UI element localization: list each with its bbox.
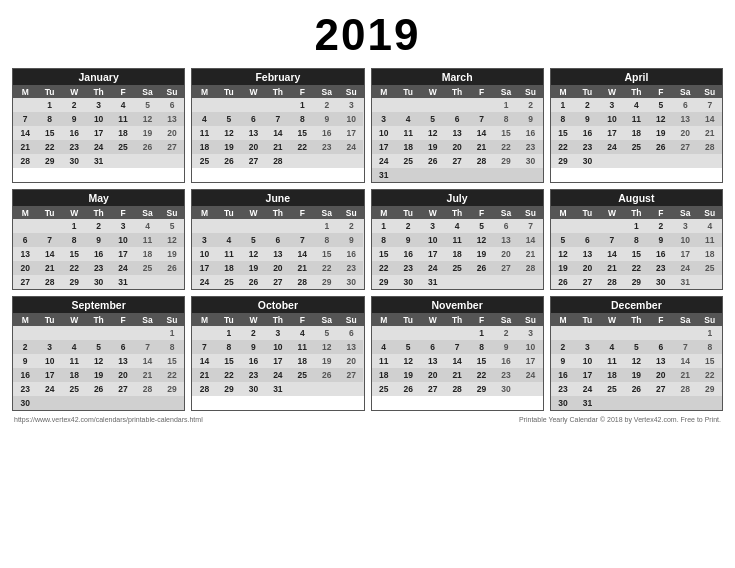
day-header-th: Th — [86, 206, 110, 219]
day-header-tu: Tu — [396, 313, 420, 326]
day-cell: 23 — [339, 261, 363, 275]
day-headers: MTuWThFSaSu — [13, 206, 184, 219]
day-cell: 16 — [551, 368, 575, 382]
day-header-f: F — [111, 85, 135, 98]
day-cell: 10 — [673, 233, 697, 247]
empty-cell — [396, 326, 420, 340]
day-cell: 24 — [600, 140, 624, 154]
day-cell: 26 — [315, 368, 339, 382]
day-cell: 7 — [37, 233, 61, 247]
day-header-f: F — [649, 206, 673, 219]
day-cell: 17 — [192, 261, 216, 275]
empty-cell — [445, 275, 469, 289]
day-cell: 10 — [111, 233, 135, 247]
day-cell: 3 — [86, 98, 110, 112]
day-header-m: M — [372, 313, 396, 326]
day-cell: 1 — [62, 219, 86, 233]
day-cell: 18 — [290, 354, 314, 368]
day-cell: 31 — [86, 154, 110, 168]
month-block-february: FebruaryMTuWThFSaSu123456789101112131415… — [191, 68, 364, 183]
day-cell: 24 — [266, 368, 290, 382]
day-cell: 10 — [575, 354, 599, 368]
day-cell: 15 — [315, 247, 339, 261]
empty-cell — [396, 168, 420, 182]
day-cell: 21 — [518, 247, 542, 261]
day-cell: 27 — [575, 275, 599, 289]
empty-cell — [518, 382, 542, 396]
day-cell: 1 — [494, 98, 518, 112]
day-cell: 5 — [135, 98, 159, 112]
day-cell: 24 — [111, 261, 135, 275]
day-cell: 17 — [575, 368, 599, 382]
day-cell: 31 — [266, 382, 290, 396]
day-cell: 15 — [160, 354, 184, 368]
day-header-sa: Sa — [135, 206, 159, 219]
day-cell: 12 — [315, 340, 339, 354]
day-cell: 8 — [290, 112, 314, 126]
day-cell: 26 — [217, 154, 241, 168]
day-cell: 5 — [420, 112, 444, 126]
day-cell: 19 — [420, 140, 444, 154]
day-cell: 23 — [86, 261, 110, 275]
day-cell: 1 — [624, 219, 648, 233]
day-cell: 27 — [160, 140, 184, 154]
day-header-sa: Sa — [673, 313, 697, 326]
empty-cell — [339, 382, 363, 396]
day-cell: 10 — [37, 354, 61, 368]
day-cell: 17 — [518, 354, 542, 368]
day-cell: 12 — [420, 126, 444, 140]
day-headers: MTuWThFSaSu — [372, 313, 543, 326]
day-cell: 10 — [192, 247, 216, 261]
empty-cell — [600, 326, 624, 340]
day-cell: 6 — [111, 340, 135, 354]
month-header-december: December — [551, 297, 722, 313]
day-cell: 17 — [673, 247, 697, 261]
empty-cell — [469, 168, 493, 182]
day-cell: 14 — [135, 354, 159, 368]
empty-cell — [217, 219, 241, 233]
empty-cell — [698, 396, 722, 410]
month-header-may: May — [13, 190, 184, 206]
day-cell: 19 — [551, 261, 575, 275]
day-header-f: F — [469, 85, 493, 98]
day-cell: 27 — [266, 275, 290, 289]
day-header-f: F — [469, 206, 493, 219]
empty-cell — [445, 326, 469, 340]
day-cell: 19 — [241, 261, 265, 275]
day-header-tu: Tu — [217, 206, 241, 219]
day-cell: 7 — [266, 112, 290, 126]
day-cell: 4 — [135, 219, 159, 233]
day-cell: 29 — [217, 382, 241, 396]
day-headers: MTuWThFSaSu — [192, 206, 363, 219]
days-grid: 1234567891011121314151617181920212223242… — [13, 98, 184, 168]
empty-cell — [135, 275, 159, 289]
day-cell: 6 — [649, 340, 673, 354]
day-header-su: Su — [339, 206, 363, 219]
day-cell: 16 — [13, 368, 37, 382]
day-cell: 15 — [372, 247, 396, 261]
day-cell: 16 — [62, 126, 86, 140]
day-header-w: W — [62, 85, 86, 98]
month-header-july: July — [372, 190, 543, 206]
day-header-th: Th — [266, 206, 290, 219]
day-cell: 30 — [62, 154, 86, 168]
day-cell: 2 — [62, 98, 86, 112]
day-cell: 15 — [494, 126, 518, 140]
day-cell: 10 — [266, 340, 290, 354]
day-cell: 5 — [624, 340, 648, 354]
days-grid: 1234567891011121314151617181920212223242… — [372, 219, 543, 289]
day-cell: 3 — [192, 233, 216, 247]
day-cell: 17 — [420, 247, 444, 261]
day-header-w: W — [62, 206, 86, 219]
day-cell: 28 — [445, 382, 469, 396]
day-cell: 8 — [62, 233, 86, 247]
day-cell: 27 — [13, 275, 37, 289]
day-cell: 5 — [649, 98, 673, 112]
day-header-w: W — [420, 85, 444, 98]
day-header-tu: Tu — [37, 313, 61, 326]
day-cell: 3 — [37, 340, 61, 354]
day-cell: 7 — [673, 340, 697, 354]
day-header-sa: Sa — [315, 313, 339, 326]
day-header-th: Th — [86, 313, 110, 326]
day-cell: 30 — [494, 382, 518, 396]
